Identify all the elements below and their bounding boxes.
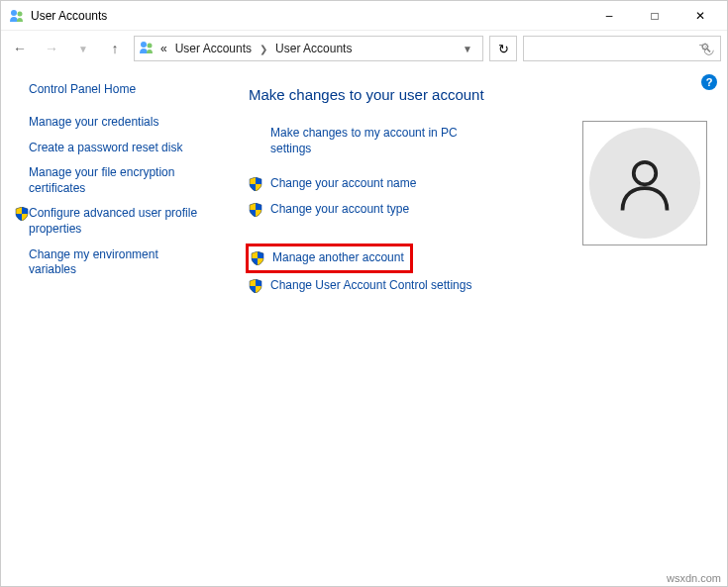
app-users-icon (9, 8, 25, 24)
forward-button[interactable]: → (39, 36, 64, 61)
sidebar-item-label: Change my environment variables (29, 247, 209, 278)
sidebar-item-label: Create a password reset disk (29, 141, 209, 156)
link-label: Manage another account (272, 250, 404, 266)
shield-icon (249, 176, 270, 191)
sidebar-item-label: Manage your credentials (29, 115, 209, 131)
sidebar-item-env-variables[interactable]: Change my environment variables (15, 243, 209, 283)
title-bar: User Accounts – □ ✕ (1, 1, 727, 31)
link-change-account-type[interactable]: Change your account type (249, 197, 567, 223)
breadcrumb-prefix: « (158, 42, 169, 55)
account-picture (582, 121, 707, 245)
link-label: Change your account name (270, 176, 416, 192)
breadcrumb-seg-2[interactable]: User Accounts (273, 42, 354, 55)
watermark: wsxdn.com (667, 572, 721, 584)
chevron-right-icon[interactable]: ❯ (258, 44, 269, 54)
avatar-icon (589, 128, 700, 239)
breadcrumb-seg-1[interactable]: User Accounts (173, 42, 254, 55)
search-icon: 🔍︎ (700, 42, 712, 55)
address-dropdown-icon[interactable]: ▼ (457, 44, 478, 54)
link-change-uac-settings[interactable]: Change User Account Control settings (249, 273, 567, 299)
maximize-button[interactable]: □ (632, 2, 677, 30)
sidebar-item-password-reset-disk[interactable]: Create a password reset disk (15, 136, 209, 161)
shield-icon (251, 250, 272, 265)
sidebar-item-label: Manage your file encryption certificates (29, 165, 209, 196)
link-label: Make changes to my account in PC setting… (270, 126, 468, 156)
shield-icon (249, 278, 270, 293)
address-bar[interactable]: « User Accounts ❯ User Accounts ▼ (134, 36, 483, 61)
recent-dropdown[interactable]: ▼ (70, 36, 96, 61)
search-input[interactable]: ˉ◡ 🔍︎ (523, 36, 721, 61)
nav-bar: ← → ▼ ↑ « User Accounts ❯ User Accounts … (1, 31, 727, 66)
sidebar-heading[interactable]: Control Panel Home (15, 82, 209, 96)
sidebar-item-advanced-profile[interactable]: Configure advanced user profile properti… (15, 201, 209, 242)
minimize-button[interactable]: – (586, 2, 632, 30)
page-title: Make changes to your user account (249, 86, 707, 103)
shield-icon (249, 202, 270, 217)
close-button[interactable]: ✕ (677, 2, 723, 30)
link-change-account-name[interactable]: Change your account name (249, 171, 567, 197)
sidebar-item-file-encryption-certs[interactable]: Manage your file encryption certificates (15, 160, 209, 201)
back-button[interactable]: ← (7, 36, 33, 61)
link-label: Change your account type (270, 202, 409, 218)
refresh-button[interactable]: ↻ (489, 36, 517, 61)
shield-icon (15, 206, 29, 221)
link-pc-settings[interactable]: Make changes to my account in PC setting… (249, 121, 567, 161)
sidebar-item-manage-credentials[interactable]: Manage your credentials (15, 110, 209, 136)
window-title: User Accounts (31, 9, 107, 23)
up-button[interactable]: ↑ (102, 36, 128, 61)
sidebar-item-label: Configure advanced user profile properti… (29, 206, 209, 237)
link-label: Change User Account Control settings (270, 278, 471, 294)
highlighted-box: Manage another account (246, 244, 413, 273)
main-content: Make changes to your user account Make c… (219, 66, 727, 299)
address-users-icon (139, 40, 155, 58)
link-manage-another-account[interactable]: Manage another account (251, 248, 404, 268)
sidebar: Control Panel Home Manage your credentia… (1, 66, 219, 299)
